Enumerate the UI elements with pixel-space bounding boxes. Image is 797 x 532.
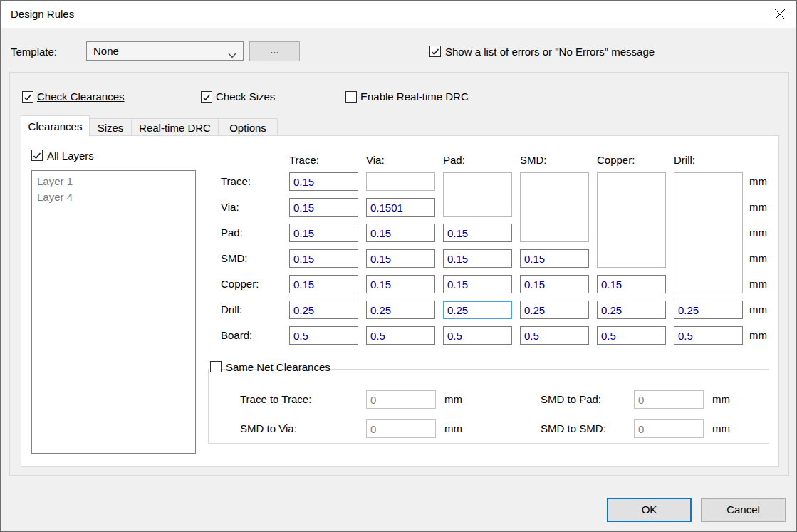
template-label: Template: <box>11 46 57 58</box>
tab-clearances[interactable]: Clearances <box>21 115 90 136</box>
clearance-input-smd-via[interactable] <box>366 249 435 268</box>
tab-real-time-drc[interactable]: Real-time DRC <box>131 118 219 136</box>
check-sizes-label: Check Sizes <box>216 91 275 103</box>
matrix-col-header-copper: Copper: <box>597 154 635 167</box>
matrix-row-label-board: Board: <box>221 326 252 345</box>
clearance-input-trace-trace[interactable] <box>289 172 358 191</box>
clearance-input-drill-pad[interactable] <box>443 301 512 319</box>
check-icon <box>33 152 41 160</box>
clearance-input-copper-pad[interactable] <box>443 275 512 293</box>
clearance-input-board-smd[interactable] <box>520 326 589 345</box>
unit-label: mm <box>749 252 767 265</box>
unit-label: mm <box>749 201 767 214</box>
smd-to-smd-input[interactable] <box>634 419 704 438</box>
clearance-cell-disabled-via <box>366 172 435 191</box>
smd-to-smd-label: SMD to SMD: <box>541 422 606 435</box>
clearance-input-smd-trace[interactable] <box>289 249 358 268</box>
clearance-cell-disabled-smd <box>520 172 589 242</box>
smd-to-pad-input[interactable] <box>634 390 704 409</box>
clearance-input-via-trace[interactable] <box>289 198 358 217</box>
unit-label: mm <box>749 329 767 342</box>
clearance-input-board-trace[interactable] <box>289 326 358 345</box>
trace-to-trace-input[interactable] <box>366 390 436 409</box>
unit-label: mm <box>712 393 730 406</box>
unit-label: mm <box>444 393 462 406</box>
ok-button[interactable]: OK <box>607 498 692 522</box>
matrix-row-label-trace: Trace: <box>221 172 251 191</box>
check-icon <box>202 93 211 102</box>
enable-real-time-drc-label: Enable Real-time DRC <box>360 91 469 103</box>
chevron-down-icon <box>228 48 236 61</box>
clearance-input-drill-copper[interactable] <box>597 301 666 319</box>
all-layers-label: All Layers <box>47 150 94 162</box>
tab-sizes[interactable]: Sizes <box>89 118 132 136</box>
layer-list-item[interactable]: Layer 1 <box>32 174 195 189</box>
check-sizes-checkbox[interactable] <box>201 91 212 103</box>
show-errors-label: Show a list of errors or "No Errors" mes… <box>445 46 655 58</box>
clearance-input-drill-via[interactable] <box>366 301 435 319</box>
clearance-input-board-copper[interactable] <box>597 326 666 345</box>
matrix-row-label-copper: Copper: <box>221 275 259 293</box>
check-icon <box>431 48 439 56</box>
smd-to-via-input[interactable] <box>366 419 436 438</box>
clearance-input-drill-smd[interactable] <box>520 301 589 319</box>
same-net-checkbox[interactable] <box>210 361 222 372</box>
smd-to-via-label: SMD to Via: <box>240 422 297 435</box>
trace-to-trace-label: Trace to Trace: <box>240 393 311 406</box>
clearances-tab-panel: All Layers Layer 1Layer 4 Trace:Via:Pad:… <box>21 135 779 467</box>
unit-label: mm <box>749 226 767 239</box>
clearance-input-board-drill[interactable] <box>674 326 743 345</box>
clearance-input-copper-trace[interactable] <box>289 275 358 293</box>
unit-label: mm <box>749 278 767 291</box>
window-title: Design Rules <box>11 8 74 21</box>
matrix-col-header-via: Via: <box>366 154 385 167</box>
clearance-input-copper-smd[interactable] <box>520 275 589 293</box>
show-errors-checkbox[interactable] <box>429 46 441 57</box>
enable-real-time-drc-checkbox[interactable] <box>345 91 357 103</box>
clearance-input-copper-copper[interactable] <box>597 275 666 293</box>
matrix-row-label-via: Via: <box>221 198 239 217</box>
clearance-input-board-pad[interactable] <box>443 326 512 345</box>
layer-list[interactable]: Layer 1Layer 4 <box>31 170 196 454</box>
matrix-col-header-pad: Pad: <box>443 154 465 167</box>
clearance-cell-disabled-drill <box>674 172 743 293</box>
clearance-cell-disabled-copper <box>597 172 666 268</box>
cancel-button[interactable]: Cancel <box>701 498 786 522</box>
check-icon <box>24 93 32 102</box>
unit-label: mm <box>749 303 767 316</box>
template-selected-value: None <box>93 45 119 57</box>
check-clearances-label: Check Clearances <box>37 91 125 103</box>
unit-label: mm <box>749 175 767 188</box>
unit-label: mm <box>444 422 462 435</box>
unit-label: mm <box>712 422 730 435</box>
clearance-input-drill-trace[interactable] <box>289 301 358 319</box>
clearance-input-pad-via[interactable] <box>366 224 435 242</box>
smd-to-pad-label: SMD to Pad: <box>541 393 601 406</box>
close-icon[interactable] <box>773 8 786 21</box>
same-net-legend: Same Net Clearances <box>209 361 213 374</box>
matrix-row-label-drill: Drill: <box>221 301 242 319</box>
layer-list-item[interactable]: Layer 4 <box>32 189 195 205</box>
clearance-input-copper-via[interactable] <box>366 275 435 293</box>
matrix-col-header-trace: Trace: <box>289 154 319 167</box>
template-browse-button[interactable]: ... <box>249 41 300 61</box>
tab-options[interactable]: Options <box>218 118 278 136</box>
all-layers-checkbox[interactable] <box>31 150 43 161</box>
clearance-input-via-via[interactable] <box>366 198 435 217</box>
matrix-row-label-pad: Pad: <box>221 224 243 242</box>
clearance-input-drill-drill[interactable] <box>674 301 743 319</box>
clearance-input-pad-trace[interactable] <box>289 224 358 242</box>
clearance-cell-disabled-pad <box>443 172 512 217</box>
matrix-col-header-drill: Drill: <box>674 154 695 167</box>
matrix-col-header-smd: SMD: <box>520 154 547 167</box>
design-rules-dialog: Design Rules Template: None ... Show a l… <box>0 0 797 532</box>
title-bar: Design Rules <box>1 1 796 28</box>
clearance-input-board-via[interactable] <box>366 326 435 345</box>
matrix-row-label-smd: SMD: <box>221 249 248 268</box>
clearance-input-pad-pad[interactable] <box>443 224 512 242</box>
clearance-input-smd-pad[interactable] <box>443 249 512 268</box>
same-net-label: Same Net Clearances <box>226 361 330 374</box>
template-dropdown[interactable]: None <box>86 41 244 61</box>
clearance-input-smd-smd[interactable] <box>520 249 589 268</box>
check-clearances-checkbox[interactable] <box>22 91 33 103</box>
